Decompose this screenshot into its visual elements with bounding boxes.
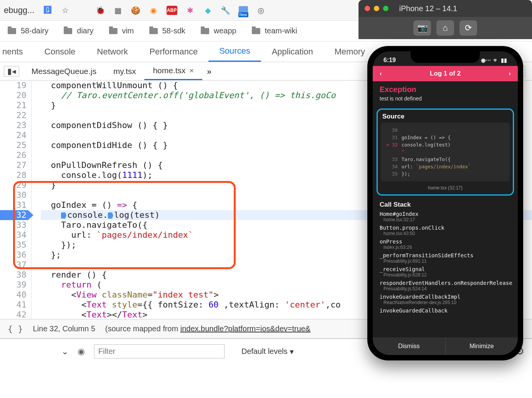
dismiss-button[interactable]: Dismiss xyxy=(373,337,446,355)
bookmark-star-icon[interactable]: ☆ xyxy=(61,6,70,15)
folder-icon xyxy=(252,28,260,34)
tab-elements-partial[interactable]: nents xyxy=(0,41,34,62)
screenshot-icon[interactable]: 📷 xyxy=(413,20,431,36)
filter-input[interactable] xyxy=(94,344,225,359)
folder-icon xyxy=(201,28,209,34)
wrench-icon[interactable]: 🔧 xyxy=(221,6,230,15)
qr-icon[interactable]: ▦ xyxy=(114,6,123,15)
tab-application[interactable]: Application xyxy=(261,41,324,62)
log-counter: Log 1 of 2 xyxy=(430,70,461,77)
left-panel-toggle-icon[interactable]: ▮◂ xyxy=(4,66,19,77)
callstack-item[interactable]: onPressindex.js:63:26 xyxy=(380,238,511,250)
rotate-icon[interactable]: ⟳ xyxy=(459,20,477,36)
ext-icon[interactable]: 🐞 xyxy=(96,6,105,15)
logbox-header: ‹ Log 1 of 2 › xyxy=(373,66,518,81)
cookie-icon[interactable]: 🍪 xyxy=(131,6,140,15)
bookmark-vim[interactable]: vim xyxy=(109,26,134,35)
file-tab-messagequeue[interactable]: MessageQueue.js xyxy=(23,62,105,80)
callstack-item[interactable]: invokeGuardedCallbackImplReactNativeRend… xyxy=(380,294,511,305)
more-tabs-icon[interactable]: » xyxy=(202,67,216,76)
callstack-item[interactable]: Home#goIndexhome.tsx:32:17 xyxy=(380,211,511,222)
callstack-item[interactable]: responderEventHandlers.onResponderReleas… xyxy=(380,280,511,291)
simulator-titlebar[interactable]: iPhone 12 – 14.1 xyxy=(359,0,532,17)
chevron-down-icon: ▾ xyxy=(290,347,294,356)
window-zoom-icon[interactable] xyxy=(383,6,388,11)
window-minimize-icon[interactable] xyxy=(374,6,379,11)
callstack-section[interactable]: Call Stack Home#goIndexhome.tsx:32:17But… xyxy=(373,198,518,319)
translate-icon[interactable]: 🅶 xyxy=(43,6,52,15)
source-label: Source xyxy=(381,113,510,123)
octopus-icon[interactable]: ✱ xyxy=(186,6,195,15)
file-tab-my-tsx[interactable]: my.tsx xyxy=(105,62,144,80)
device-screen[interactable]: 6:19 ◉⋯ ᯤ ▮▮ ‹ Log 1 of 2 › Exception te… xyxy=(373,51,518,355)
abp-icon[interactable]: ABP xyxy=(167,6,177,15)
simulator-window: iPhone 12 – 14.1 📷 ⌂ ⟳ 6:19 ◉⋯ ᯤ ▮▮ ‹ Lo… xyxy=(359,0,532,360)
source-map-info: (source mapped from index.bundle?platfor… xyxy=(105,324,311,333)
kite-icon[interactable]: ◆ xyxy=(203,6,213,15)
callstack-title: Call Stack xyxy=(380,201,511,209)
tab-performance[interactable]: Performance xyxy=(139,41,208,62)
iphone-device: 6:19 ◉⋯ ᯤ ▮▮ ‹ Log 1 of 2 › Exception te… xyxy=(367,46,523,360)
log-levels-select[interactable]: Default levels▾ xyxy=(241,347,294,356)
folder-icon xyxy=(64,28,72,34)
device-notch xyxy=(411,51,480,63)
gutter[interactable]: 1920212223242526272829303132333435363738… xyxy=(0,81,31,319)
file-tab-home-tsx[interactable]: home.tsx× xyxy=(144,62,202,80)
folder-icon xyxy=(109,28,117,34)
window-close-icon[interactable] xyxy=(365,6,370,11)
bookmark-team-wiki[interactable]: team-wiki xyxy=(252,26,297,35)
close-icon[interactable]: × xyxy=(190,66,194,75)
tab-console[interactable]: Console xyxy=(34,41,86,62)
chevron-right-icon[interactable]: › xyxy=(509,70,511,77)
wifi-icon: ᯤ xyxy=(493,57,499,63)
source-section: Source 3031goIndex = () => {>32 console.… xyxy=(377,109,514,196)
minimize-button[interactable]: Minimize xyxy=(446,337,518,355)
source-file: home.tsx (32:17) xyxy=(381,185,510,191)
tab-network[interactable]: Network xyxy=(86,41,139,62)
exception-block: Exception test is not defined xyxy=(373,81,518,106)
simulator-toolbar: 📷 ⌂ ⟳ xyxy=(359,17,532,39)
pretty-print-icon[interactable]: { } xyxy=(8,324,23,334)
chevron-down-icon[interactable]: ⌄ xyxy=(61,347,68,357)
disc-icon[interactable]: ◎ xyxy=(256,6,266,15)
clock: 6:19 xyxy=(383,57,396,64)
exception-message: test is not defined xyxy=(380,95,511,102)
cursor-position: Line 32, Column 5 xyxy=(33,324,95,333)
ubuntu-icon[interactable]: ◉ xyxy=(149,6,158,15)
home-icon[interactable]: ⌂ xyxy=(436,20,454,36)
folder-icon xyxy=(149,28,158,34)
folder-icon xyxy=(8,28,16,34)
folder-new-icon[interactable]: New xyxy=(239,6,248,15)
exception-title: Exception xyxy=(380,85,511,94)
eye-icon[interactable]: ◉ xyxy=(78,347,85,357)
simulator-title: iPhone 12 – 14.1 xyxy=(399,4,457,13)
callstack-item[interactable]: Button.props.onClickhome.tsx:43:50 xyxy=(380,225,511,236)
source-code: 3031goIndex = () => {>32 console.log(tes… xyxy=(381,123,510,181)
bookmark-weapp[interactable]: weapp xyxy=(201,26,236,35)
chevron-left-icon[interactable]: ‹ xyxy=(380,70,382,77)
tab-sources[interactable]: Sources xyxy=(208,41,261,62)
bookmark-58-dairy[interactable]: 58-dairy xyxy=(8,26,48,35)
bookmark-58-sdk[interactable]: 58-sdk xyxy=(149,26,185,35)
wifi-icon: ◉⋯ xyxy=(481,57,491,63)
tab-title-partial: ebugg... xyxy=(4,5,35,15)
callstack-item[interactable]: _receiveSignalPressability.js:628:12 xyxy=(380,266,511,278)
logbox-footer: Dismiss Minimize xyxy=(373,337,518,355)
source-map-link[interactable]: index.bundle?platform=ios&dev=true& xyxy=(180,324,311,333)
bookmark-diary[interactable]: diary xyxy=(64,26,93,35)
callstack-item[interactable]: invokeGuardedCallback xyxy=(380,308,511,314)
battery-icon: ▮▮ xyxy=(501,57,507,63)
callstack-item[interactable]: _performTransitionSideEffectsPressabilit… xyxy=(380,252,511,264)
